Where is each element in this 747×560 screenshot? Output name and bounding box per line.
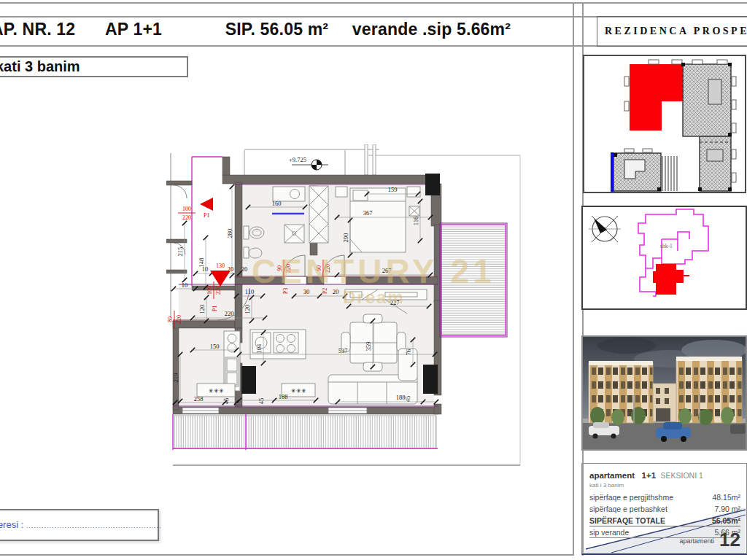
apartment-word: apartamenti	[679, 537, 714, 545]
dim-label: 160	[272, 200, 282, 207]
highlighted-apartment-key	[653, 264, 684, 295]
watermark-dream: Dream	[343, 287, 405, 307]
building-wing-right	[683, 64, 731, 136]
bottom-rule	[0, 554, 573, 556]
dim-label: 120	[198, 305, 206, 314]
floor-label-box: kati 3 banim	[0, 56, 188, 77]
door-size-num: 100	[182, 206, 191, 212]
dim-label: 10	[182, 281, 188, 289]
door-size-den: 220	[176, 315, 182, 324]
info-floor-row: kati i 3 banim	[589, 482, 740, 489]
key-plan-drawing: shk-1	[583, 207, 745, 308]
column	[241, 366, 256, 394]
car-dark	[730, 424, 746, 434]
apartment-type-label: AP 1+1	[105, 20, 162, 39]
balcony-bottom	[173, 414, 520, 465]
address-label: leresi :	[0, 519, 23, 530]
door-size-num: 100	[206, 286, 213, 295]
dim-label: 10	[202, 265, 209, 273]
door-size-den: 220	[182, 214, 191, 221]
window-size: 130	[216, 262, 225, 269]
dim-label: 219	[172, 373, 179, 383]
address-box: leresi : ...............................…	[0, 509, 159, 541]
dim-label: 159	[388, 186, 398, 193]
surface-label: SIP. 56.05 m²	[225, 20, 329, 39]
dim-label: 290	[342, 233, 349, 243]
nightstand	[407, 187, 420, 197]
bed	[350, 188, 406, 252]
dim-label: 150	[210, 343, 220, 350]
info-label: sipërfaqe e perbashket	[589, 505, 667, 513]
staircase-label: shk-1	[660, 243, 673, 249]
door-size-num: 80	[167, 316, 174, 322]
dim-label: 45	[404, 396, 411, 402]
project-title-box: REZIDENCA PROSPERA	[597, 16, 747, 47]
info-value: 7.90 m²	[714, 505, 740, 513]
apartment-number-label: AP. NR. 12	[0, 20, 75, 39]
info-label: sip verande	[589, 528, 629, 537]
info-section: SEKSIONI 1	[661, 471, 703, 480]
blue-marker	[611, 152, 614, 192]
building-block-left	[614, 153, 661, 191]
info-floor: kati i 3 banim	[589, 482, 624, 489]
closet-symbol: ✳✳✳	[208, 387, 223, 394]
column	[423, 365, 438, 394]
info-row-perbashket: sipërfaqe e perbashket 7.90 m²	[589, 505, 740, 513]
dim-label: 537	[338, 347, 348, 354]
toilet-icon	[244, 226, 249, 239]
column	[425, 174, 440, 195]
dim-label: 104	[255, 343, 263, 354]
door-tag: P1	[204, 212, 209, 219]
info-title-row: apartament 1+1 SEKSIONI 1	[589, 471, 740, 480]
floor-label: kati 3 banim	[0, 58, 187, 75]
veranda-surface-label: verande .sip 5.66m²	[352, 20, 511, 39]
building-render	[583, 337, 746, 449]
dim-label: 45	[222, 398, 230, 405]
apartment-info-panel: apartament 1+1 SEKSIONI 1 kati i 3 banim…	[581, 463, 747, 555]
info-row-totale: SIPËRFAQE TOTALE 56.05m²	[589, 516, 740, 526]
key-plan-panel: shk-1	[581, 206, 747, 310]
render-panel	[581, 335, 747, 451]
dim-label: 20	[241, 265, 248, 273]
project-title: REZIDENCA PROSPERA	[605, 26, 747, 37]
closet-symbol: ✳✳✳	[290, 387, 306, 394]
door-size-den: 220	[215, 286, 222, 295]
info-label: SIPËRFAQE TOTALE	[589, 516, 665, 525]
apartment-number: 12	[719, 529, 740, 551]
top-rule	[0, 2, 747, 4]
dim-label: 215	[177, 247, 184, 257]
nightstand	[336, 187, 347, 197]
dim-label: 220	[225, 310, 234, 317]
site-plan-drawing	[584, 56, 745, 192]
dim-label: 188	[279, 393, 288, 400]
dim-label: 120	[244, 305, 251, 314]
dim-label: 116	[412, 217, 419, 225]
door-tag: P1	[212, 306, 218, 311]
compass-icon	[589, 216, 621, 242]
dim-label: 258	[194, 395, 204, 402]
watermark-century21: CENTURY 21	[252, 252, 495, 290]
floor-plan-drawing: +9.725	[166, 144, 521, 470]
info-label: sipërfaqe e pergjithshme	[589, 493, 673, 502]
dim-label: 367	[363, 209, 373, 217]
info-value: 48.15m²	[712, 493, 740, 502]
bidet-icon	[244, 247, 249, 258]
level-marker: +9.725	[289, 156, 328, 170]
plan-sheet: AP. NR. 12 AP 1+1 SIP. 56.05 m² verande …	[0, 0, 747, 560]
dim-label: 359	[365, 342, 372, 351]
info-apartment-word: apartament	[589, 471, 635, 480]
divider-line-1	[573, 2, 574, 556]
info-row-pergjithshme: sipërfaqe e pergjithshme 48.15m²	[589, 493, 740, 502]
building-wing-lower	[700, 136, 731, 191]
dim-label: 280	[226, 229, 233, 238]
dim-label: 45	[258, 398, 265, 405]
address-dotted-line: ........................................…	[26, 522, 162, 529]
info-row-verande: sip verande 5.66 m²	[589, 528, 740, 538]
building-center	[653, 384, 676, 421]
info-value: 56.05m²	[712, 516, 740, 525]
highlighted-apartment-section	[630, 64, 683, 131]
dim-label: 76	[405, 349, 412, 356]
site-plan-panel	[583, 55, 746, 193]
sheet-title: AP. NR. 12 AP 1+1 SIP. 56.05 m² verande …	[0, 20, 511, 39]
level-value: +9.725	[289, 156, 306, 163]
